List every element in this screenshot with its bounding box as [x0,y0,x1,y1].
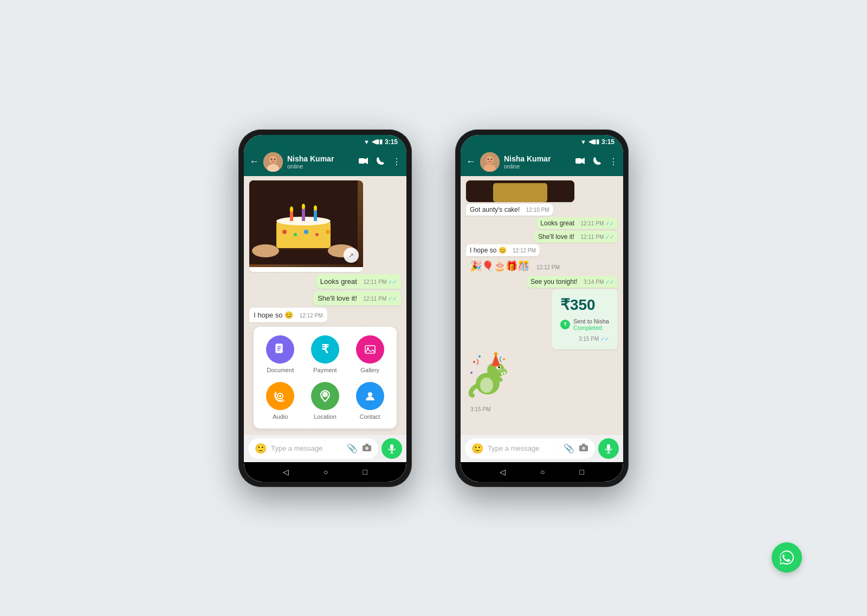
svg-point-69 [470,372,473,374]
svg-point-67 [478,355,481,358]
time-2-1: 12:11 PM ✓✓ [580,221,614,226]
gallery-label: Gallery [360,367,379,373]
location-icon [311,382,339,410]
back-button-1[interactable]: ← [249,156,259,167]
svg-point-4 [271,158,273,160]
svg-point-22 [304,230,308,234]
msg-received-2-1: I hope so 😊 12:12 PM [466,244,540,256]
avatar-1 [263,152,283,172]
msg-sent-2-1: Looks great 12:11 PM ✓✓ [536,217,618,229]
status-bar-right-1: ▼ ◀▮▮ 3:15 [364,138,398,146]
svg-point-23 [315,233,319,236]
svg-point-65 [494,352,497,355]
svg-point-16 [302,204,305,209]
phone-call-icon-1[interactable] [376,157,385,167]
svg-marker-7 [365,158,368,164]
time-2-2: 12:11 PM ✓✓ [580,234,614,240]
payment-sent-to: Sent to Nisha [573,318,609,325]
video-call-icon-2[interactable] [575,157,585,167]
svg-point-62 [480,378,493,393]
document-label: Document [267,367,294,373]
msg-received-emoji: 🎉🎈🎂🎁🎊 12:12 PM [466,258,564,274]
wifi-icon-2: ▼ [580,139,586,145]
msg-time-sent-2: 12:11 PM ✓✓ [363,296,397,302]
svg-point-21 [294,233,297,236]
attach-contact[interactable]: Contact [356,382,384,420]
svg-rect-14 [314,209,317,221]
svg-point-15 [290,206,293,212]
attach-location[interactable]: Location [311,382,339,420]
msg-time-received-1: 12:12 PM [300,313,323,319]
msg-received-2-0: Got aunty's cake! 12:10 PM [466,204,553,216]
attachment-grid: Document ₹ Payment [262,335,388,420]
recent-nav-1[interactable]: □ [363,468,367,476]
phone-1: ▼ ◀▮▮ 3:15 ← [238,129,412,487]
time-2-r1: 12:12 PM [513,248,536,254]
status-bar-2: ▼ ◀▮▮ 3:15 [461,135,623,148]
msg-text-received-1: I hope so 😊 [254,311,293,319]
contact-name-2: Nisha Kumar [504,154,571,163]
home-nav-2[interactable]: ○ [540,468,545,476]
contact-label: Contact [360,413,380,420]
svg-rect-52 [493,183,547,202]
msg-sent-tonight: See you tonight! 3:14 PM ✓✓ [527,276,618,288]
payment-completed: Completed [573,325,609,331]
home-nav-1[interactable]: ○ [323,468,328,476]
attach-document[interactable]: Document [266,335,294,373]
svg-point-45 [486,156,494,164]
dino-sticker [466,351,509,403]
contact-info-2: Nisha Kumar online [504,154,571,170]
attach-gallery[interactable]: Gallery [356,335,384,373]
emoji-text: 🎉🎈🎂🎁🎊 [470,261,529,271]
msg-sent-1: Looks great 12:11 PM ✓✓ [316,274,401,289]
audio-label: Audio [273,413,288,420]
audio-icon [266,382,294,410]
attach-audio[interactable]: Audio [266,382,294,420]
text-2-1: Looks great [540,219,574,227]
payment-amount: ₹350 [560,296,609,314]
sticker-time: 3:15 PM [470,406,490,412]
text-tonight: See you tonight! [530,278,578,286]
contact-info-1: Nisha Kumar online [287,154,354,170]
payment-status: ₹ Sent to Nisha Completed [560,318,609,331]
text-2-2: She'll love it! [538,233,574,241]
svg-rect-49 [575,158,581,164]
msg-time-sent-1: 12:11 PM ✓✓ [363,279,397,285]
recent-nav-2[interactable]: □ [580,468,584,476]
gallery-icon [356,335,384,364]
back-nav-2[interactable]: ◁ [500,468,506,476]
image-caption: Got aunty's cake! 12:10 PM [249,267,363,272]
contact-name-1: Nisha Kumar [287,154,354,163]
avatar-img-2 [480,152,500,172]
status-time-2: 3:15 [601,138,614,146]
svg-point-37 [368,392,372,397]
status-time-1: 3:15 [385,138,398,146]
forward-btn[interactable]: ↗ [344,248,359,263]
location-label: Location [314,413,337,420]
time-emoji: 12:12 PM [536,264,560,270]
video-call-icon-1[interactable] [359,157,368,167]
document-icon [266,335,294,364]
wifi-icon-1: ▼ [364,139,370,145]
back-nav-1[interactable]: ◁ [283,468,289,476]
chat-header-2: ← [461,148,623,176]
header-icons-2: ⋮ [575,157,618,167]
attach-payment[interactable]: ₹ Payment [311,335,339,373]
msg-text-sent-2: She'll love it! [318,294,357,302]
contact-icon [356,382,384,410]
contact-status-1: online [287,163,354,170]
time-tonight: 3:14 PM ✓✓ [584,279,614,285]
phone-2-inner: ▼ ◀▮▮ 3:15 ← [461,135,623,482]
phone-call-icon-2[interactable] [593,157,601,167]
payment-time: 3:15 PM ✓✓ [579,336,609,342]
svg-rect-6 [359,158,365,164]
svg-point-18 [252,244,279,257]
svg-rect-60 [503,372,506,374]
cake-image-thumb: ↗ [249,180,363,267]
back-button-2[interactable]: ← [466,156,476,167]
status-bar-1: ▼ ◀▮▮ 3:15 [244,135,406,148]
more-icon-1[interactable]: ⋮ [392,157,401,167]
tick-2: ✓✓ [388,296,397,302]
more-icon-2[interactable]: ⋮ [609,157,618,167]
chat-body-2: Got aunty's cake! 12:10 PM Looks great 1… [461,176,623,462]
